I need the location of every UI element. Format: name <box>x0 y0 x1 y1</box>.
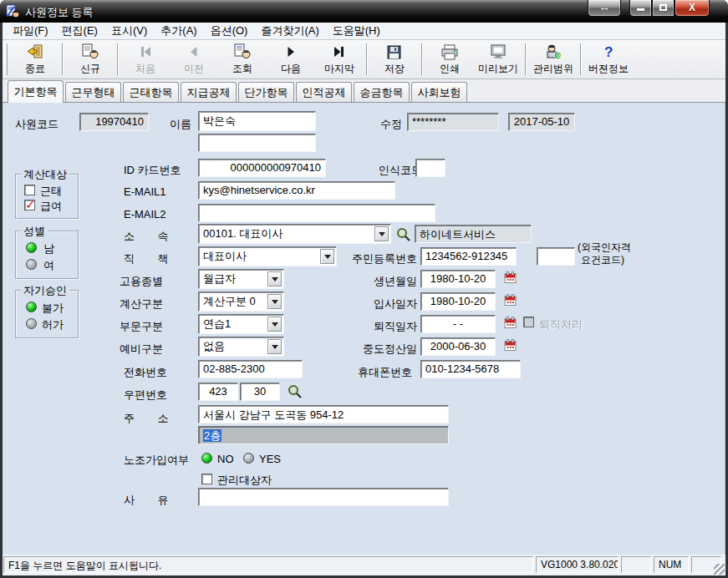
deny-radio[interactable] <box>26 302 37 312</box>
calc-type-value: 계산구분 0 <box>199 294 267 309</box>
menu-edit[interactable]: 편집(E) <box>55 22 104 40</box>
interim-date-field[interactable]: 2000-06-30 <box>420 337 496 356</box>
toolbar-grip[interactable] <box>4 43 8 75</box>
dept-select[interactable]: 00101. 대표이사 <box>198 224 391 244</box>
recog-code-field[interactable] <box>415 159 445 177</box>
modified-date-field: 2017-05-10 <box>508 113 575 131</box>
sector-type-value: 연습1 <box>199 317 267 332</box>
toolbar-label: 미리보기 <box>478 62 518 76</box>
birth-date-field[interactable]: 1980-10-20 <box>420 270 496 288</box>
attendance-checkbox[interactable] <box>24 185 35 195</box>
resident-no-field[interactable]: 1234562-912345 <box>420 247 517 266</box>
position-select[interactable]: 대표이사 <box>198 246 337 266</box>
zip2-field[interactable]: 30 <box>240 383 280 401</box>
reason-field[interactable] <box>198 488 449 506</box>
dept-dropdown-button[interactable] <box>374 226 389 241</box>
tab-unit-price[interactable]: 단가항목 <box>238 82 294 103</box>
menu-options[interactable]: 옵션(O) <box>204 22 255 40</box>
phone-field[interactable]: 02-885-2300 <box>198 360 303 378</box>
selected-text: 2층 <box>203 429 221 442</box>
toolbar-separator <box>366 43 368 75</box>
resize-button[interactable]: ↔ <box>588 0 621 17</box>
retire-date-field[interactable]: - - <box>420 315 496 333</box>
allow-radio[interactable] <box>26 318 37 329</box>
retire-process-label: 퇴직처리 <box>539 317 583 332</box>
tab-personal-deduction[interactable]: 인적공제 <box>296 82 352 103</box>
employ-type-select[interactable]: 월급자 <box>198 269 284 289</box>
toolbar-button-last[interactable]: 마지막 <box>315 42 364 77</box>
name2-field[interactable] <box>198 134 316 152</box>
id-card-field[interactable]: 000000000970410 <box>198 159 326 177</box>
toolbar-button-exit[interactable]: 종료 <box>11 42 59 77</box>
managed-checkbox[interactable] <box>201 474 212 484</box>
reserve-type-select[interactable]: 없음 <box>198 337 284 357</box>
menu-file[interactable]: 파일(F) <box>6 22 55 40</box>
union-yes-radio[interactable] <box>243 453 254 464</box>
tab-pay-deduction[interactable]: 지급공제 <box>181 82 237 103</box>
salary-checkbox[interactable] <box>24 200 35 210</box>
calc-type-select[interactable]: 계산구분 0 <box>198 292 284 312</box>
toolbar-button-scope[interactable]: G 관리범위 <box>529 42 578 77</box>
zip-search-icon[interactable] <box>287 383 303 400</box>
tab-remittance[interactable]: 송금항목 <box>354 82 410 103</box>
union-no-label: NO <box>217 453 234 465</box>
tab-attendance[interactable]: 근태항목 <box>123 82 179 103</box>
sector-type-select[interactable]: 연습1 <box>198 314 284 334</box>
close-button[interactable]: X <box>675 0 710 17</box>
email1-field[interactable]: kys@hinetservice.co.kr <box>198 181 395 200</box>
tab-social-insurance[interactable]: 사회보험 <box>411 82 467 103</box>
foreigner-note-line2: 요건코드) <box>581 253 624 267</box>
zip1-field[interactable]: 423 <box>198 383 238 401</box>
resize-grip[interactable] <box>714 564 725 575</box>
employ-type-label: 고용종별 <box>120 274 163 289</box>
emp-code-label: 사원코드 <box>15 117 59 132</box>
toolbar-label: 인쇄 <box>440 62 460 76</box>
emp-code-field[interactable]: 19970410 <box>79 113 149 131</box>
reserve-type-dropdown-button[interactable] <box>267 339 282 354</box>
toolbar-separator <box>525 43 527 75</box>
calendar-icon[interactable] <box>504 339 517 352</box>
employ-type-dropdown-button[interactable] <box>267 271 282 286</box>
chevron-down-icon <box>272 322 278 327</box>
toolbar-button-version[interactable]: ? 버젼정보 <box>584 42 633 77</box>
toolbar-button-print[interactable]: 인쇄 <box>425 42 474 77</box>
calendar-icon[interactable] <box>504 317 517 329</box>
employ-type-value: 월급자 <box>199 271 267 286</box>
email2-field[interactable] <box>198 204 435 222</box>
menu-help[interactable]: 도움말(H) <box>326 22 387 40</box>
mobile-field[interactable]: 010-1234-5678 <box>420 360 521 378</box>
address2-field[interactable]: 2층 <box>198 426 449 444</box>
toolbar-button-first[interactable]: 처음 <box>121 42 170 77</box>
address-field[interactable]: 서울시 강남구 도곡동 954-12 <box>198 405 449 423</box>
retire-process-checkbox[interactable] <box>523 317 534 327</box>
tab-work-type[interactable]: 근무형태 <box>65 82 121 103</box>
hire-date-field[interactable]: 1980-10-20 <box>420 292 496 311</box>
form-panel: 사원코드 19970410 이름 박은숙 수정 ******** 2017-05… <box>3 103 725 555</box>
position-dropdown-button[interactable] <box>320 249 334 264</box>
menu-favorites[interactable]: 즐겨찾기(A) <box>254 22 325 40</box>
name-field[interactable]: 박은숙 <box>198 111 316 131</box>
svg-text:G: G <box>556 53 561 58</box>
toolbar-button-previous[interactable]: 이전 <box>170 42 218 77</box>
calendar-icon[interactable] <box>504 294 517 307</box>
menu-view[interactable]: 표시(V) <box>104 22 154 40</box>
toolbar-button-query[interactable]: 조회 <box>218 42 267 77</box>
maximize-button[interactable] <box>652 0 675 17</box>
minimize-button[interactable] <box>629 0 652 17</box>
union-no-radio[interactable] <box>201 453 212 464</box>
tab-basic-items[interactable]: 기본항목 <box>8 80 64 103</box>
menu-add[interactable]: 추가(A) <box>154 22 203 40</box>
toolbar-button-new[interactable]: 신규 <box>66 42 115 77</box>
male-radio[interactable] <box>26 242 37 253</box>
toolbar-button-next[interactable]: 다음 <box>267 42 315 77</box>
toolbar-button-preview[interactable]: 미리보기 <box>474 42 522 77</box>
foreigner-code-field[interactable] <box>537 247 575 266</box>
calc-type-dropdown-button[interactable] <box>267 294 282 309</box>
question-mark-icon: ? <box>602 43 615 61</box>
sector-type-dropdown-button[interactable] <box>267 317 282 332</box>
calendar-icon[interactable] <box>504 271 517 284</box>
dept-search-icon[interactable] <box>395 226 412 243</box>
female-radio[interactable] <box>26 259 37 270</box>
toolbar-label: 버젼정보 <box>588 62 629 76</box>
toolbar-button-save[interactable]: 저장 <box>370 42 419 77</box>
